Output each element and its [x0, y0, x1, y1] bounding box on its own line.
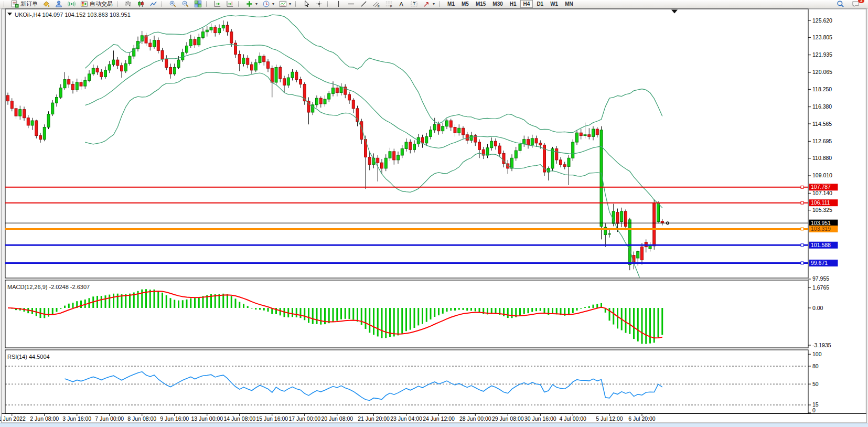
date-tick-label: 23 Jun 04:00 — [390, 415, 422, 422]
candle-body — [384, 158, 387, 168]
candle-body — [194, 39, 196, 45]
candle-body — [92, 68, 94, 74]
candle-body — [31, 121, 34, 125]
candle-body — [43, 127, 46, 140]
candle-body — [169, 67, 172, 73]
candle-body — [405, 142, 408, 148]
macd-axis-label: 0.00 — [812, 305, 823, 311]
candle-body — [100, 72, 103, 77]
price-tag-label: 103.319 — [811, 226, 831, 232]
candle-body — [165, 59, 168, 67]
candle-body — [72, 84, 74, 90]
rsi-axis-label: 0 — [812, 407, 816, 413]
price-tag-label: 101.588 — [811, 242, 831, 248]
macd-axis-label: 1.6765 — [812, 284, 829, 291]
candle-body — [202, 32, 205, 38]
candle-body — [279, 67, 282, 78]
candle-body — [409, 142, 412, 150]
candle-body — [242, 58, 245, 64]
price-tick-label: 105.325 — [812, 207, 832, 213]
candle-body — [267, 62, 270, 68]
date-tick-label: 15 Jun 16:00 — [256, 415, 288, 422]
candle-body — [96, 68, 99, 72]
candle-body — [128, 56, 131, 63]
candle-body — [283, 79, 286, 85]
candle-body — [186, 46, 188, 52]
price-tick-label: 125.620 — [812, 17, 832, 24]
rsi-plot[interactable] — [5, 350, 808, 413]
candle-body — [177, 60, 180, 67]
candle-body — [251, 65, 253, 70]
candle-body — [181, 52, 184, 60]
candle-body — [478, 142, 481, 150]
candle-body — [35, 121, 38, 136]
candle-body — [393, 152, 395, 160]
hline-handle[interactable] — [801, 228, 803, 230]
hline-handle[interactable] — [801, 244, 803, 247]
candle-body — [588, 135, 591, 137]
candle-body — [287, 78, 290, 85]
price-tick-label: 121.935 — [812, 51, 832, 58]
candle-body — [470, 136, 473, 141]
candle-body — [389, 152, 391, 158]
candle-body — [153, 40, 156, 47]
candle-body — [218, 28, 221, 33]
hline-handle[interactable] — [801, 262, 803, 264]
candle-body — [498, 146, 501, 153]
candle-body — [254, 63, 257, 70]
rsi-axis-label: 80 — [812, 363, 819, 369]
date-tick-label: 29 Jun 08:00 — [492, 415, 524, 422]
candle-body — [466, 135, 468, 141]
candle-body — [446, 121, 448, 126]
chart-window[interactable]: 125.620123.805121.935120.065118.250116.3… — [0, 0, 868, 427]
candle-body — [433, 124, 436, 130]
candle-body — [206, 30, 208, 32]
date-tick-label: 24 Jun 12:00 — [423, 415, 455, 422]
candle-body — [563, 165, 566, 167]
candle-body — [527, 140, 530, 145]
date-tick-label: 14 Jun 08:00 — [223, 415, 255, 422]
macd-indicator-label: MACD(12,26,9) -2.0248 -2.6307 — [7, 284, 90, 290]
candle-body — [596, 129, 598, 135]
hline-handle[interactable] — [801, 201, 803, 204]
candle-body — [442, 126, 444, 131]
status-strip — [0, 423, 868, 427]
candle-body — [59, 88, 62, 98]
date-tick-label: 30 Jun 16:00 — [524, 415, 556, 422]
candle-body — [121, 66, 123, 71]
candle-body — [295, 72, 298, 79]
candle-body — [608, 234, 611, 234]
candle-body — [657, 204, 660, 222]
price-tag-label: 103.951 — [811, 220, 831, 226]
candle-body — [124, 63, 127, 71]
candle-body — [84, 80, 87, 86]
candle-body — [23, 110, 26, 118]
date-tick-label: 17 Jun 00:00 — [288, 415, 320, 422]
date-tick-label: 21 Jun 20:00 — [358, 415, 390, 422]
date-tick-label: 5 Jul 12:00 — [596, 415, 623, 422]
candle-body — [437, 124, 440, 131]
candle-body — [319, 98, 322, 104]
price-tag-label: 107.787 — [811, 184, 831, 190]
candle-body — [324, 99, 326, 104]
candle-body — [539, 143, 542, 145]
rsi-indicator-label: RSI(14) 44.5004 — [7, 354, 50, 360]
candle-body — [531, 138, 533, 145]
candle-body — [567, 158, 570, 166]
candle-body — [336, 88, 338, 93]
candle-body — [628, 220, 631, 265]
hline-handle[interactable] — [801, 186, 803, 188]
candle-body — [430, 130, 432, 136]
price-tick-label: 120.065 — [812, 69, 832, 75]
candle-body — [271, 68, 273, 82]
candle-body — [580, 133, 582, 135]
candle-body — [449, 121, 452, 127]
candle-body — [523, 140, 526, 144]
macd-axis-label: -3.1935 — [812, 342, 831, 348]
price-tag-label: 106.111 — [811, 199, 830, 206]
candle-body — [210, 27, 212, 30]
price-tick-label: 118.250 — [812, 86, 832, 92]
candle-body — [332, 88, 335, 94]
price-tick-label: 123.805 — [812, 34, 832, 40]
price-tag-label: 99.671 — [811, 260, 828, 266]
